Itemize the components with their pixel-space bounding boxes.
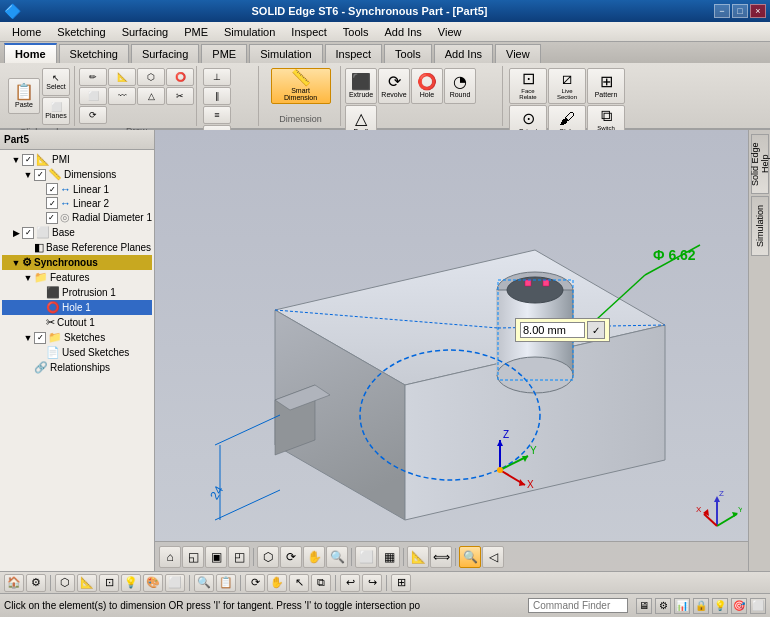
- bt-undo-button[interactable]: ↩: [340, 574, 360, 592]
- linear1-checkbox[interactable]: [46, 183, 58, 195]
- paste-button[interactable]: 📋 Paste: [8, 78, 40, 114]
- status-icon-6[interactable]: 🎯: [731, 598, 747, 614]
- tree-item-dimensions[interactable]: ▼ 📏 Dimensions: [2, 167, 152, 182]
- menu-addins[interactable]: Add Ins: [377, 24, 430, 40]
- menu-surfacing[interactable]: Surfacing: [114, 24, 176, 40]
- wireframe-button[interactable]: ▦: [378, 546, 400, 568]
- prev-view-button[interactable]: ◁: [482, 546, 504, 568]
- menu-view[interactable]: View: [430, 24, 470, 40]
- relate-btn-3[interactable]: ≡: [203, 106, 231, 124]
- bt-color-button[interactable]: 🎨: [143, 574, 163, 592]
- view-front-button[interactable]: ◱: [182, 546, 204, 568]
- rotate-button[interactable]: ⟳: [280, 546, 302, 568]
- zoom-fit-button[interactable]: ⌂: [159, 546, 181, 568]
- tree-item-synchronous[interactable]: ▼ ⚙ Synchronous: [2, 255, 152, 270]
- bt-window-button[interactable]: ⧉: [311, 574, 331, 592]
- revolve-button[interactable]: ⟳ Revolve: [378, 68, 410, 104]
- pan-button[interactable]: ✋: [303, 546, 325, 568]
- tab-addins[interactable]: Add Ins: [434, 44, 493, 63]
- status-icon-4[interactable]: 🔒: [693, 598, 709, 614]
- bt-view-button[interactable]: ⊡: [99, 574, 119, 592]
- tree-item-protrusion1[interactable]: ⬛ Protrusion 1: [2, 285, 152, 300]
- dim-display-button[interactable]: ⟺: [430, 546, 452, 568]
- bt-layer-button[interactable]: ⊞: [391, 574, 411, 592]
- draw-btn-5[interactable]: ⬜: [79, 87, 107, 105]
- feature-tree[interactable]: ▼ 📐 PMI ▼ 📏 Dimensions ↔ Linear 1: [0, 150, 154, 571]
- draw-btn-9[interactable]: ⟳: [79, 106, 107, 124]
- menu-home[interactable]: Home: [4, 24, 49, 40]
- draw-btn-6[interactable]: 〰: [108, 87, 136, 105]
- draw-btn-8[interactable]: ✂: [166, 87, 194, 105]
- planes-button[interactable]: ⬜ Planes: [42, 97, 70, 125]
- help-tab[interactable]: Solid Edge Help: [751, 134, 769, 194]
- tab-pme[interactable]: PME: [201, 44, 247, 63]
- tab-simulation[interactable]: Simulation: [249, 44, 322, 63]
- dimension-confirm-button[interactable]: ✓: [587, 321, 605, 339]
- bt-settings-button[interactable]: ⚙: [26, 574, 46, 592]
- bt-select-button[interactable]: ↖: [289, 574, 309, 592]
- relate-btn-1[interactable]: ⊥: [203, 68, 231, 86]
- dimension-input-box[interactable]: ✓: [515, 318, 610, 342]
- tab-inspect[interactable]: Inspect: [325, 44, 382, 63]
- pmi-checkbox[interactable]: [22, 154, 34, 166]
- tree-item-pmi[interactable]: ▼ 📐 PMI: [2, 152, 152, 167]
- tree-item-linear2[interactable]: ↔ Linear 2: [2, 196, 152, 210]
- status-icon-7[interactable]: ⬜: [750, 598, 766, 614]
- bt-light-button[interactable]: 💡: [121, 574, 141, 592]
- menu-inspect[interactable]: Inspect: [283, 24, 334, 40]
- bt-home-button[interactable]: 🏠: [4, 574, 24, 592]
- window-zoom-button[interactable]: 🔍: [459, 546, 481, 568]
- menu-simulation[interactable]: Simulation: [216, 24, 283, 40]
- tree-item-hole1[interactable]: ⭕ Hole 1: [2, 300, 152, 315]
- smart-dimension-button[interactable]: 📏 SmartDimension: [271, 68, 331, 104]
- tree-item-base-ref[interactable]: ◧ Base Reference Planes: [2, 240, 152, 255]
- tree-item-used-sketches[interactable]: 📄 Used Sketches: [2, 345, 152, 360]
- draw-btn-7[interactable]: △: [137, 87, 165, 105]
- bt-pan-button[interactable]: ✋: [267, 574, 287, 592]
- relate-btn-2[interactable]: ∥: [203, 87, 231, 105]
- tree-item-relationships[interactable]: 🔗 Relationships: [2, 360, 152, 375]
- bt-sketch-button[interactable]: 📐: [77, 574, 97, 592]
- tab-surfacing[interactable]: Surfacing: [131, 44, 199, 63]
- bt-rotate-button[interactable]: ⟳: [245, 574, 265, 592]
- menu-pme[interactable]: PME: [176, 24, 216, 40]
- bt-dim-button[interactable]: ⬡: [55, 574, 75, 592]
- bt-zoom-fit-button[interactable]: 🔍: [194, 574, 214, 592]
- hole-button[interactable]: ⭕ Hole: [411, 68, 443, 104]
- bt-clip-button[interactable]: 📋: [216, 574, 236, 592]
- sketches-checkbox[interactable]: [34, 332, 46, 344]
- draw-btn-3[interactable]: ⬡: [137, 68, 165, 86]
- base-checkbox[interactable]: [22, 227, 34, 239]
- viewport[interactable]: Φ 6.62 24 Z Y X: [155, 130, 748, 571]
- linear2-checkbox[interactable]: [46, 197, 58, 209]
- tab-tools[interactable]: Tools: [384, 44, 432, 63]
- face-relate-button[interactable]: ⊡ FaceRelate: [509, 68, 547, 104]
- maximize-button[interactable]: □: [732, 4, 748, 18]
- radial1-checkbox[interactable]: [46, 212, 58, 224]
- simulation-tab[interactable]: Simulation: [751, 196, 769, 256]
- zoom-button[interactable]: 🔍: [326, 546, 348, 568]
- tree-item-cutout1[interactable]: ✂ Cutout 1: [2, 315, 152, 330]
- tab-sketching[interactable]: Sketching: [59, 44, 129, 63]
- tab-home[interactable]: Home: [4, 43, 57, 63]
- draw-btn-1[interactable]: ✏: [79, 68, 107, 86]
- sketch-view-button[interactable]: 📐: [407, 546, 429, 568]
- draw-btn-4[interactable]: ⭕: [166, 68, 194, 86]
- pattern-button[interactable]: ⊞ Pattern: [587, 68, 625, 104]
- status-icon-5[interactable]: 💡: [712, 598, 728, 614]
- dimensions-checkbox[interactable]: [34, 169, 46, 181]
- close-button[interactable]: ×: [750, 4, 766, 18]
- dimension-value-input[interactable]: [520, 322, 585, 338]
- view-right-button[interactable]: ◰: [228, 546, 250, 568]
- bt-snap-button[interactable]: ⬜: [165, 574, 185, 592]
- menu-tools[interactable]: Tools: [335, 24, 377, 40]
- status-icon-3[interactable]: 📊: [674, 598, 690, 614]
- view-iso-button[interactable]: ⬡: [257, 546, 279, 568]
- round-button[interactable]: ◔ Round: [444, 68, 476, 104]
- tree-item-base[interactable]: ▶ ⬜ Base: [2, 225, 152, 240]
- live-section-button[interactable]: ⧄ LiveSection: [548, 68, 586, 104]
- tab-view[interactable]: View: [495, 44, 541, 63]
- tree-item-features[interactable]: ▼ 📁 Features: [2, 270, 152, 285]
- draw-btn-2[interactable]: 📐: [108, 68, 136, 86]
- bt-redo-button[interactable]: ↪: [362, 574, 382, 592]
